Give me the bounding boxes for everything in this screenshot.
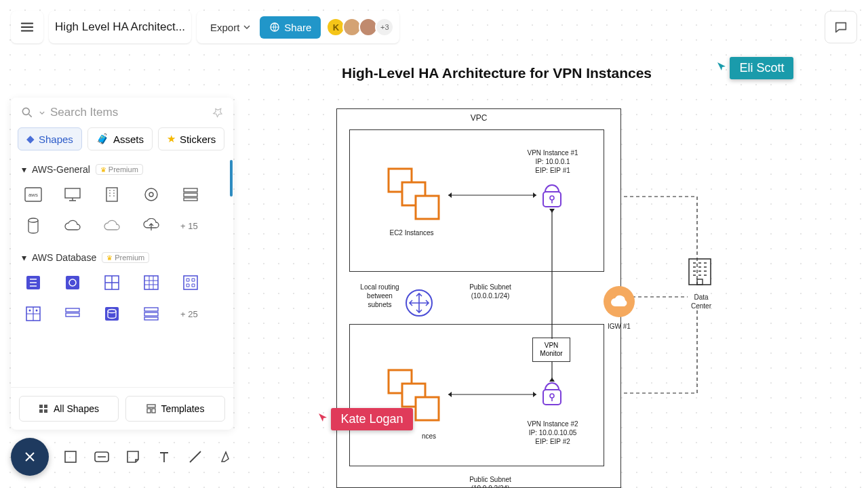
svg-rect-5 <box>106 188 117 201</box>
menu-button[interactable] <box>11 11 43 43</box>
document-title[interactable]: High Level HA Architect... <box>49 11 191 43</box>
svg-rect-9 <box>184 193 197 197</box>
vpn-monitor-box[interactable]: VPN Monitor <box>532 338 570 362</box>
collaborator-cursor-kate: Kate Logan <box>317 409 413 430</box>
collaborator-cursor-eli: Eli Scott <box>716 58 793 79</box>
shape-db[interactable] <box>62 272 83 293</box>
routing-icon[interactable] <box>405 289 433 320</box>
cursor-icon <box>317 412 328 423</box>
templates-button[interactable]: Templates <box>125 396 225 422</box>
svg-rect-26 <box>144 312 158 316</box>
svg-point-11 <box>28 218 38 222</box>
template-icon <box>146 404 156 413</box>
scrollbar-thumb[interactable] <box>230 160 233 197</box>
tool-line[interactable] <box>186 447 205 466</box>
shape-db[interactable] <box>141 272 161 293</box>
vpn2-label: VPN Instance #2IP: 10.0.0.10.05EIP: EIP … <box>519 420 587 446</box>
premium-badge: ♛Premium <box>96 164 143 175</box>
ec2-label-partial: nces <box>422 432 436 441</box>
svg-rect-31 <box>44 409 47 413</box>
tool-rectangle[interactable] <box>61 447 80 466</box>
hamburger-icon <box>20 20 35 35</box>
svg-rect-30 <box>39 409 43 413</box>
icon-grid-aws-database: + 25 <box>19 270 225 333</box>
collaborator-avatars[interactable]: K +3 <box>326 18 394 37</box>
vpc-label: VPC <box>337 113 620 123</box>
shape-aws-logo[interactable]: aws <box>23 184 43 205</box>
shape-db[interactable] <box>102 272 122 293</box>
canvas-title: High-Level HA Architecture for VPN Insta… <box>342 65 652 81</box>
shape-disc[interactable] <box>141 184 161 205</box>
toolbar-cluster: Export Share K +3 <box>197 11 399 43</box>
tab-shapes[interactable]: ◆Shapes <box>18 127 82 150</box>
svg-point-6 <box>145 188 157 201</box>
shape-server[interactable] <box>180 184 201 205</box>
tab-assets[interactable]: 🧳Assets <box>87 127 153 150</box>
shape-db[interactable] <box>23 304 43 324</box>
shapes-scrollarea[interactable]: ▾AWS-General ♛Premium aws + 15 ▾AWS Data… <box>11 157 233 387</box>
panel-tabs: ◆Shapes 🧳Assets ★Stickers <box>11 127 233 157</box>
more-shapes-count[interactable]: + 25 <box>180 309 198 319</box>
svg-rect-27 <box>144 317 158 320</box>
svg-rect-45 <box>416 397 439 420</box>
vpc-container[interactable]: VPC VPN Instance #1IP: 10.0.0.1EIP: EIP … <box>336 108 621 488</box>
shape-cloud[interactable] <box>62 216 83 236</box>
share-label: Share <box>284 22 311 33</box>
grid-icon <box>39 404 48 413</box>
premium-badge: ♛Premium <box>102 252 149 263</box>
shape-db[interactable] <box>102 304 122 324</box>
data-center-icon[interactable] <box>688 258 712 289</box>
shape-building[interactable] <box>102 184 122 205</box>
svg-rect-8 <box>184 188 197 192</box>
shape-cloud-outline[interactable] <box>102 216 122 236</box>
vpn-gateway-icon[interactable] <box>540 182 564 212</box>
vpn-gateway-icon[interactable] <box>540 380 564 410</box>
group-header-aws-general[interactable]: ▾AWS-General ♛Premium <box>19 157 225 182</box>
group-header-aws-database[interactable]: ▾AWS Database ♛Premium <box>19 245 225 270</box>
search-icon <box>20 106 34 119</box>
share-button[interactable]: Share <box>260 16 321 39</box>
more-shapes-count[interactable]: + 15 <box>180 221 198 231</box>
shape-db[interactable] <box>62 304 83 324</box>
shapes-panel: ◆Shapes 🧳Assets ★Stickers ▾AWS-General ♛… <box>11 98 233 430</box>
svg-point-41 <box>550 196 554 200</box>
svg-rect-13 <box>66 276 79 289</box>
shape-db[interactable] <box>23 272 43 293</box>
ec2-instances-icon[interactable] <box>387 167 444 220</box>
tool-pen[interactable] <box>217 447 236 466</box>
svg-rect-49 <box>697 279 703 285</box>
all-shapes-button[interactable]: All Shapes <box>19 396 119 422</box>
svg-rect-4 <box>65 188 80 198</box>
svg-rect-34 <box>152 409 155 413</box>
shape-db[interactable] <box>180 272 201 293</box>
tab-stickers[interactable]: ★Stickers <box>158 127 224 150</box>
data-center-label: Data Center <box>689 293 713 310</box>
svg-rect-39 <box>416 196 439 219</box>
close-fab[interactable] <box>11 438 49 476</box>
svg-point-1 <box>22 108 29 115</box>
close-icon <box>23 450 37 464</box>
tool-text[interactable] <box>155 447 174 466</box>
svg-rect-21 <box>66 308 79 312</box>
export-button[interactable]: Export <box>206 18 254 37</box>
avatar-more: +3 <box>375 18 394 37</box>
vpn1-label: VPN Instance #1IP: 10.0.0.1EIP: EIP #1 <box>519 148 587 175</box>
svg-rect-22 <box>66 313 79 317</box>
svg-point-7 <box>149 192 153 197</box>
igw-label: IGW #1 <box>608 323 631 330</box>
pin-icon[interactable] <box>209 104 226 121</box>
search-input[interactable] <box>50 106 206 119</box>
igw-icon[interactable] <box>604 286 635 317</box>
shape-cylinder[interactable] <box>23 216 43 236</box>
svg-point-20 <box>36 310 38 312</box>
bottom-toolbar <box>11 438 236 476</box>
connector <box>548 209 556 339</box>
chevron-down-icon <box>39 111 45 115</box>
shape-monitor[interactable] <box>62 184 83 205</box>
sidebar-footer: All Shapes Templates <box>11 387 233 430</box>
tool-label[interactable] <box>92 447 111 466</box>
tool-note[interactable] <box>123 447 142 466</box>
shape-db[interactable] <box>141 304 161 324</box>
chevron-down-icon <box>243 25 250 29</box>
shape-cloud-up[interactable] <box>141 216 161 236</box>
